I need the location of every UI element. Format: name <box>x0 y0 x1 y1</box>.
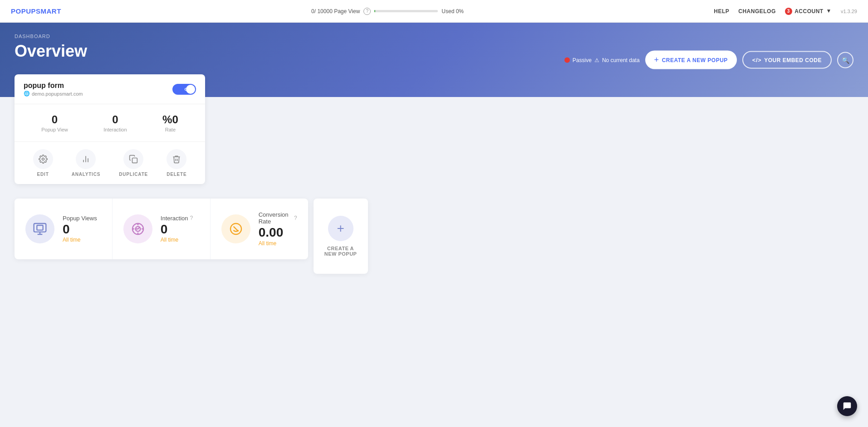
popup-views-value: 0 <box>63 222 97 237</box>
chat-support-button[interactable] <box>837 396 857 416</box>
svg-rect-4 <box>132 158 137 163</box>
account-badge: 3 <box>785 8 792 15</box>
duplicate-icon <box>123 149 143 169</box>
popup-toggle[interactable]: OFF <box>172 84 196 95</box>
edit-button[interactable]: EDIT <box>33 149 53 177</box>
no-data-message: No current data <box>602 57 640 63</box>
duplicate-button[interactable]: DUPLICATE <box>119 149 148 177</box>
stat-interaction-value: 0 <box>103 113 127 126</box>
page-view-label: 0/ 10000 Page View <box>311 8 360 15</box>
app-logo: POPUPSMART <box>11 7 61 15</box>
changelog-link[interactable]: CHANGELOG <box>738 8 776 15</box>
stat-popup-view-label: Popup View <box>41 127 68 132</box>
popup-views-time: All time <box>63 237 97 243</box>
stat-block-conversion-rate: Conversion Rate ? 0.00 All time <box>211 199 308 259</box>
create-new-popup-card-button[interactable]: + CREATE A NEW POPUP <box>314 199 368 274</box>
search-button[interactable]: 🔍 <box>837 52 853 68</box>
stat-rate-label: Rate <box>162 127 178 132</box>
conversion-rate-help-icon[interactable]: ? <box>294 215 297 221</box>
stat-popup-view: 0 Popup View <box>41 113 68 132</box>
interaction-label: Interaction ? <box>161 215 193 222</box>
help-link[interactable]: HELP <box>714 8 729 15</box>
popup-card-stats: 0 Popup View 0 Interaction %0 Rate <box>15 104 205 142</box>
popup-card-title: popup form <box>24 82 83 90</box>
create-card-label: CREATE A NEW POPUP <box>323 246 359 257</box>
svg-point-0 <box>42 158 44 160</box>
warning-icon: ⚠ <box>594 57 599 63</box>
top-nav-right: HELP CHANGELOG 3 ACCOUNT ▼ v1.3.29 <box>714 8 857 15</box>
popup-views-info: Popup Views 0 All time <box>63 215 97 243</box>
conversion-rate-icon-circle <box>221 214 250 243</box>
popup-card-url: 🌐 demo.popupsmart.com <box>24 91 83 97</box>
edit-label: EDIT <box>37 172 49 177</box>
page-view-progress-bar <box>374 10 438 12</box>
passive-label: Passive <box>573 57 592 63</box>
create-new-popup-button[interactable]: + CREATE A NEW POPUP <box>645 51 737 69</box>
interaction-help-icon[interactable]: ? <box>190 215 193 221</box>
conversion-rate-label: Conversion Rate ? <box>259 211 297 225</box>
stat-rate: %0 Rate <box>162 113 178 132</box>
popup-card-actions: EDIT ANALYTICS DUPLICATE <box>15 142 205 184</box>
header-actions: Passive ⚠ No current data + CREATE A NEW… <box>564 51 853 69</box>
popup-views-icon-circle <box>25 214 54 243</box>
delete-icon <box>167 149 186 169</box>
edit-icon <box>33 149 53 169</box>
page-view-progress-fill <box>374 10 375 12</box>
stat-rate-value: %0 <box>162 113 178 126</box>
analytics-icon <box>76 149 96 169</box>
stats-summary-section: Popup Views 0 All time Interaction ? <box>15 199 308 259</box>
account-link[interactable]: 3 ACCOUNT ▼ <box>785 8 832 15</box>
stat-block-interaction: Interaction ? 0 All time <box>113 199 211 259</box>
toggle-knob <box>186 85 195 94</box>
interaction-value: 0 <box>161 222 193 237</box>
search-icon: 🔍 <box>842 56 849 63</box>
svg-rect-5 <box>34 223 46 232</box>
conversion-rate-info: Conversion Rate ? 0.00 All time <box>259 211 297 247</box>
interaction-info: Interaction ? 0 All time <box>161 215 193 243</box>
code-icon: </> <box>752 57 761 63</box>
delete-button[interactable]: DELETE <box>167 149 186 177</box>
plus-icon: + <box>654 55 659 65</box>
popup-views-label: Popup Views <box>63 215 97 222</box>
main-content: popup form 🌐 demo.popupsmart.com OFF 0 P… <box>0 74 868 288</box>
version-label: v1.3.29 <box>841 9 857 14</box>
conversion-rate-time: All time <box>259 240 297 247</box>
account-dropdown-icon: ▼ <box>826 8 832 14</box>
breadcrumb: DASHBOARD <box>15 34 853 39</box>
stat-interaction-label: Interaction <box>103 127 127 132</box>
passive-status-dot <box>564 57 570 63</box>
interaction-icon-circle <box>123 214 152 243</box>
page-view-section: 0/ 10000 Page View ? Used 0% <box>61 8 714 15</box>
popup-card-header: popup form 🌐 demo.popupsmart.com OFF <box>15 74 205 104</box>
embed-code-button[interactable]: </> YOUR EMBED CODE <box>742 51 832 69</box>
help-tooltip-icon[interactable]: ? <box>363 8 371 15</box>
stat-block-popup-views: Popup Views 0 All time <box>15 199 113 259</box>
stat-interaction: 0 Interaction <box>103 113 127 132</box>
status-badge: Passive ⚠ No current data <box>564 57 640 63</box>
create-plus-circle: + <box>328 216 353 241</box>
popup-card-title-section: popup form 🌐 demo.popupsmart.com <box>24 82 83 97</box>
analytics-button[interactable]: ANALYTICS <box>72 149 101 177</box>
stats-and-create-section: Popup Views 0 All time Interaction ? <box>15 199 853 274</box>
globe-icon: 🌐 <box>24 91 30 97</box>
analytics-label: ANALYTICS <box>72 172 101 177</box>
svg-rect-6 <box>37 225 43 230</box>
stat-popup-view-value: 0 <box>41 113 68 126</box>
duplicate-label: DUPLICATE <box>119 172 148 177</box>
interaction-time: All time <box>161 237 193 243</box>
used-label: Used 0% <box>441 8 464 15</box>
delete-label: DELETE <box>167 172 186 177</box>
popup-card: popup form 🌐 demo.popupsmart.com OFF 0 P… <box>15 74 205 184</box>
conversion-rate-value: 0.00 <box>259 225 297 240</box>
top-navigation: POPUPSMART 0/ 10000 Page View ? Used 0% … <box>0 0 868 23</box>
